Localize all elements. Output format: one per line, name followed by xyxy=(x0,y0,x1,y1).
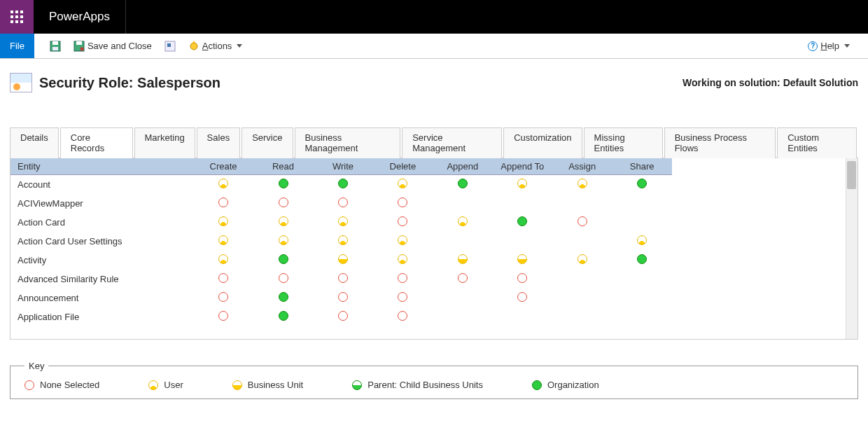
privilege-cell[interactable] xyxy=(253,270,313,289)
privilege-user-icon[interactable] xyxy=(637,235,647,245)
privilege-cell[interactable] xyxy=(433,213,492,232)
tab-details[interactable]: Details xyxy=(10,127,59,158)
privilege-user-icon[interactable] xyxy=(398,179,407,188)
entity-name[interactable]: Action Card User Settings xyxy=(10,232,193,251)
privilege-none-icon[interactable] xyxy=(279,273,288,283)
privilege-cell[interactable] xyxy=(313,289,372,307)
privilege-user-icon[interactable] xyxy=(279,235,288,245)
privilege-cell[interactable] xyxy=(493,251,552,270)
privilege-cell[interactable] xyxy=(253,251,313,270)
privilege-cell[interactable] xyxy=(193,270,253,289)
column-header[interactable]: Delete xyxy=(373,158,433,175)
privilege-cell[interactable] xyxy=(612,175,672,195)
tab-service[interactable]: Service xyxy=(241,127,293,158)
privilege-cell[interactable] xyxy=(612,251,672,270)
privilege-none-icon[interactable] xyxy=(338,292,348,302)
privilege-org-icon[interactable] xyxy=(338,179,348,188)
privilege-cell[interactable] xyxy=(313,213,372,232)
app-launcher-icon[interactable] xyxy=(0,0,34,34)
tab-business-management[interactable]: Business Management xyxy=(295,127,401,158)
privilege-cell[interactable] xyxy=(193,251,253,270)
privilege-user-icon[interactable] xyxy=(218,254,228,264)
tab-missing-entities[interactable]: Missing Entities xyxy=(584,127,663,158)
privilege-none-icon[interactable] xyxy=(338,197,348,207)
privilege-bu-icon[interactable] xyxy=(458,254,468,264)
privilege-none-icon[interactable] xyxy=(218,273,228,283)
privilege-cell[interactable] xyxy=(433,175,492,195)
privilege-cell[interactable] xyxy=(493,289,552,307)
privilege-org-icon[interactable] xyxy=(279,179,288,188)
privilege-user-icon[interactable] xyxy=(218,179,228,188)
privilege-cell[interactable] xyxy=(193,194,253,213)
privilege-user-icon[interactable] xyxy=(578,254,587,264)
privilege-user-icon[interactable] xyxy=(218,235,228,245)
privilege-cell[interactable] xyxy=(253,194,313,213)
column-header[interactable]: Entity xyxy=(10,158,193,175)
tab-business-process-flows[interactable]: Business Process Flows xyxy=(664,127,776,158)
privilege-cell[interactable] xyxy=(373,251,433,270)
privilege-user-icon[interactable] xyxy=(218,216,228,226)
privilege-cell[interactable] xyxy=(313,251,372,270)
scrollbar[interactable] xyxy=(846,158,858,339)
privilege-org-icon[interactable] xyxy=(458,179,468,188)
privilege-bu-icon[interactable] xyxy=(517,254,527,264)
privilege-none-icon[interactable] xyxy=(398,292,407,302)
privilege-cell[interactable] xyxy=(253,232,313,251)
privilege-none-icon[interactable] xyxy=(458,273,468,283)
privilege-cell[interactable] xyxy=(253,307,313,326)
column-header[interactable]: Assign xyxy=(552,158,612,175)
tab-sales[interactable]: Sales xyxy=(197,127,241,158)
privilege-none-icon[interactable] xyxy=(218,197,228,207)
privilege-cell[interactable] xyxy=(612,232,672,251)
privilege-cell[interactable] xyxy=(493,175,552,195)
help-menu-button[interactable]: ? Help xyxy=(805,39,853,53)
privilege-cell[interactable] xyxy=(373,232,433,251)
privilege-cell[interactable] xyxy=(493,213,552,232)
privilege-user-icon[interactable] xyxy=(398,235,407,245)
privilege-cell[interactable] xyxy=(433,251,492,270)
privilege-none-icon[interactable] xyxy=(218,292,228,302)
column-header[interactable]: Share xyxy=(612,158,672,175)
privilege-none-icon[interactable] xyxy=(578,216,587,226)
privilege-bu-icon[interactable] xyxy=(338,254,348,264)
privilege-none-icon[interactable] xyxy=(338,273,348,283)
privilege-cell[interactable] xyxy=(433,270,492,289)
entity-name[interactable]: Action Card xyxy=(10,213,193,232)
tab-custom-entities[interactable]: Custom Entities xyxy=(777,127,857,158)
privilege-cell[interactable] xyxy=(552,175,612,195)
privilege-cell[interactable] xyxy=(193,289,253,307)
privilege-cell[interactable] xyxy=(373,194,433,213)
privilege-cell[interactable] xyxy=(313,270,372,289)
tab-service-management[interactable]: Service Management xyxy=(402,127,502,158)
save-button[interactable] xyxy=(47,39,64,53)
column-header[interactable]: Write xyxy=(313,158,372,175)
privilege-cell[interactable] xyxy=(313,232,372,251)
privilege-cell[interactable] xyxy=(493,270,552,289)
privilege-none-icon[interactable] xyxy=(398,311,407,321)
tab-customization[interactable]: Customization xyxy=(503,127,582,158)
column-header[interactable]: Create xyxy=(193,158,253,175)
privilege-none-icon[interactable] xyxy=(218,311,228,321)
privilege-org-icon[interactable] xyxy=(279,292,288,302)
privilege-user-icon[interactable] xyxy=(279,216,288,226)
privilege-none-icon[interactable] xyxy=(398,273,407,283)
privilege-org-icon[interactable] xyxy=(517,216,527,226)
privilege-user-icon[interactable] xyxy=(338,235,348,245)
privilege-cell[interactable] xyxy=(313,194,372,213)
privilege-user-icon[interactable] xyxy=(458,216,468,226)
privilege-org-icon[interactable] xyxy=(279,311,288,321)
privilege-cell[interactable] xyxy=(373,213,433,232)
privilege-user-icon[interactable] xyxy=(578,179,587,188)
privilege-cell[interactable] xyxy=(193,213,253,232)
privilege-cell[interactable] xyxy=(193,307,253,326)
privilege-cell[interactable] xyxy=(373,270,433,289)
privilege-cell[interactable] xyxy=(253,289,313,307)
privilege-none-icon[interactable] xyxy=(398,197,407,207)
entity-name[interactable]: Activity xyxy=(10,251,193,270)
tab-marketing[interactable]: Marketing xyxy=(134,127,195,158)
save-close-button[interactable]: Save and Close xyxy=(71,39,155,53)
entity-name[interactable]: Advanced Similarity Rule xyxy=(10,270,193,289)
privilege-none-icon[interactable] xyxy=(517,292,527,302)
privilege-cell[interactable] xyxy=(373,289,433,307)
privilege-cell[interactable] xyxy=(552,251,612,270)
